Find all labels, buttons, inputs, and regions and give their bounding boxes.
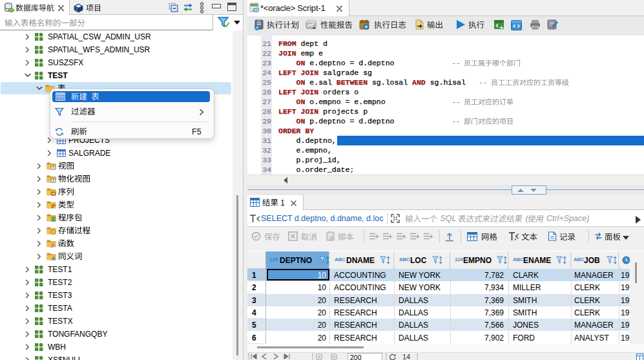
svg-text:fx: fx (51, 242, 55, 248)
svg-text:A: A (52, 255, 56, 262)
